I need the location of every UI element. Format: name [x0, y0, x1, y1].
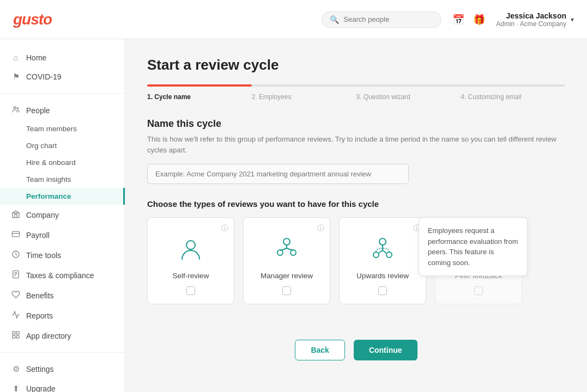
search-input[interactable]: [343, 15, 433, 23]
app-header: gusto 🔍 📅 🎁 Jessica Jackson Admin · Acme…: [0, 0, 587, 39]
sidebar-sub-item-org-chart[interactable]: Org chart: [0, 137, 125, 154]
continue-button[interactable]: Continue: [354, 340, 417, 360]
sidebar-item-people[interactable]: People: [0, 100, 125, 120]
sidebar-item-label: Upgrade: [26, 384, 56, 392]
payroll-icon: [11, 230, 21, 240]
review-types-label: Choose the types of reviews you want to …: [147, 199, 565, 209]
people-icon: [11, 105, 21, 115]
back-button[interactable]: Back: [295, 340, 344, 360]
calendar-icon[interactable]: 📅: [452, 14, 464, 26]
benefits-icon: [11, 290, 21, 301]
sidebar-item-label: App directory: [26, 332, 71, 340]
search-bar[interactable]: 🔍: [322, 11, 441, 28]
company-icon: [11, 210, 21, 220]
svg-point-0: [14, 107, 16, 109]
sidebar-item-label: Taxes & compliance: [26, 271, 94, 280]
progress-step-2: 2. Employees: [252, 93, 356, 101]
svg-rect-11: [13, 335, 15, 338]
user-name: Jessica Jackson: [496, 11, 566, 20]
user-role: Admin · Acme Company: [496, 20, 566, 28]
sidebar-item-covid[interactable]: ⚑ COVID-19: [0, 67, 125, 87]
review-card-upwards[interactable]: ⓘ Upwards review: [339, 217, 426, 304]
sidebar-item-label: COVID-19: [26, 72, 62, 81]
sidebar-item-app-directory[interactable]: App directory: [0, 326, 125, 346]
manager-review-icon: [273, 235, 301, 265]
section-desc: This is how we'll refer to this group of…: [147, 134, 565, 155]
svg-point-16: [291, 250, 296, 255]
sidebar-item-taxes[interactable]: Taxes & compliance: [0, 265, 125, 285]
section-title: Name this cycle: [147, 118, 565, 130]
progress-step-1: 1. Cycle name: [147, 93, 252, 101]
self-review-label: Self-review: [173, 272, 209, 280]
sidebar-item-label: Benefits: [26, 291, 54, 300]
taxes-icon: [11, 270, 21, 280]
svg-point-15: [277, 250, 283, 255]
sidebar-item-label: Home: [26, 53, 46, 62]
progress-fill: [147, 84, 252, 87]
progress-steps: 1. Cycle name 2. Employees 3. Question w…: [147, 84, 565, 101]
covid-icon: ⚑: [11, 72, 21, 82]
cycle-name-input[interactable]: [147, 164, 409, 184]
progress-labels: 1. Cycle name 2. Employees 3. Question w…: [147, 93, 565, 101]
sidebar-item-label: Time tools: [26, 251, 61, 260]
user-menu[interactable]: Jessica Jackson Admin · Acme Company ▾: [496, 11, 574, 28]
sidebar-divider: [0, 93, 125, 94]
info-icon-self: ⓘ: [221, 223, 228, 233]
sidebar-item-label: Company: [26, 211, 59, 219]
main-content: Start a review cycle 1. Cycle name 2. Em…: [125, 39, 587, 392]
sidebar-item-label: Reports: [26, 311, 53, 320]
svg-point-19: [386, 252, 392, 258]
page-title: Start a review cycle: [147, 57, 565, 74]
sidebar-item-upgrade[interactable]: ⬆ Upgrade: [0, 379, 125, 392]
sidebar-item-label: Payroll: [26, 231, 50, 240]
sidebar-item-label: Settings: [26, 365, 54, 373]
manager-review-label: Manager review: [261, 272, 313, 280]
sidebar-divider-2: [0, 352, 125, 353]
gift-icon[interactable]: 🎁: [473, 14, 485, 26]
self-review-icon: [177, 235, 205, 265]
svg-rect-12: [16, 335, 19, 338]
sidebar-item-payroll[interactable]: Payroll: [0, 225, 125, 245]
upwards-review-checkbox[interactable]: [378, 286, 387, 295]
sidebar-item-reports[interactable]: Reports: [0, 305, 125, 326]
svg-point-17: [379, 238, 386, 245]
sidebar: ⌂ Home ⚑ COVID-19 People Team members Or…: [0, 39, 125, 392]
header-icons: 📅 🎁: [452, 14, 485, 26]
home-icon: ⌂: [11, 53, 21, 62]
sidebar-sub-item-hire-onboard[interactable]: Hire & onboard: [0, 154, 125, 171]
time-icon: [11, 250, 21, 260]
progress-step-3: 3. Question wizard: [356, 93, 461, 101]
manager-review-checkbox[interactable]: [282, 286, 291, 295]
svg-point-14: [283, 238, 290, 245]
review-cards: ⓘ Self-review ⓘ: [147, 217, 565, 304]
svg-point-1: [17, 108, 19, 109]
sidebar-item-benefits[interactable]: Benefits: [0, 285, 125, 305]
svg-rect-3: [12, 231, 19, 236]
progress-track: [147, 84, 565, 87]
self-review-checkbox[interactable]: [186, 286, 195, 295]
reports-icon: [11, 310, 21, 321]
svg-point-13: [186, 241, 195, 249]
sidebar-item-label: People: [26, 106, 50, 115]
sidebar-sub-item-team-members[interactable]: Team members: [0, 120, 125, 137]
settings-icon: ⚙: [11, 364, 21, 374]
peer-feedback-checkbox: [474, 286, 483, 295]
sidebar-item-time-tools[interactable]: Time tools: [0, 245, 125, 265]
upwards-review-icon: [368, 235, 397, 265]
sidebar-sub-item-team-insights[interactable]: Team insights: [0, 171, 125, 188]
svg-point-18: [373, 252, 379, 258]
review-card-manager[interactable]: ⓘ Manager review: [243, 217, 330, 304]
svg-rect-2: [13, 213, 19, 218]
sidebar-item-settings[interactable]: ⚙ Settings: [0, 359, 125, 379]
sidebar-sub-item-performance[interactable]: Performance: [0, 188, 125, 205]
upgrade-icon: ⬆: [11, 384, 21, 392]
sidebar-item-home[interactable]: ⌂ Home: [0, 48, 125, 67]
upwards-review-label: Upwards review: [356, 272, 409, 280]
peer-feedback-tooltip: Employees request a performance evaluati…: [419, 217, 528, 276]
svg-rect-10: [16, 332, 19, 334]
sidebar-item-company[interactable]: Company: [0, 205, 125, 225]
user-menu-chevron: ▾: [571, 16, 574, 23]
review-card-self[interactable]: ⓘ Self-review: [147, 217, 234, 304]
search-icon: 🔍: [330, 15, 339, 24]
info-icon-manager: ⓘ: [317, 223, 324, 233]
